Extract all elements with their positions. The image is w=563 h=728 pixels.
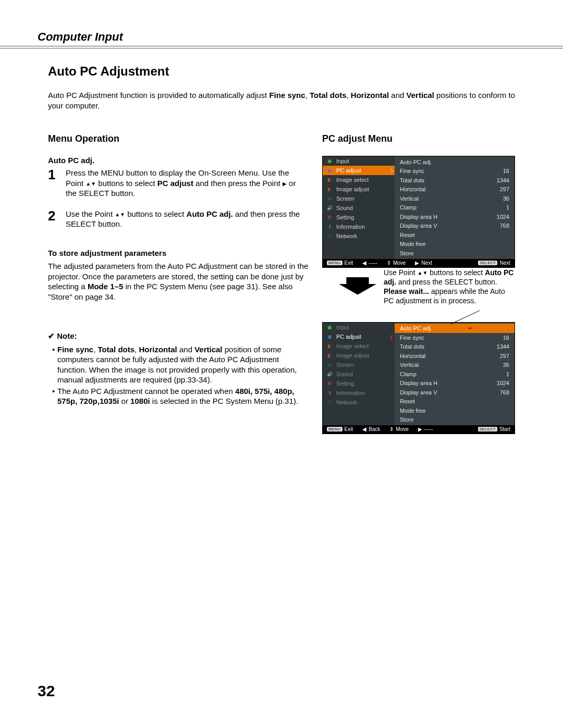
setting-icon: ⚙ xyxy=(326,214,333,220)
information-icon: ℹ xyxy=(326,224,333,230)
osd-param-row: Mode free xyxy=(395,240,515,249)
store-paragraph: The adjusted parameters from the Auto PC… xyxy=(48,261,309,302)
pc-adjust-icon: ▣ xyxy=(326,167,333,174)
osd-param-row: Mode free xyxy=(395,406,515,415)
svg-line-0 xyxy=(450,311,480,324)
osd-param-row: Clamp1 xyxy=(395,369,515,379)
osd-param-row: Display area V768 xyxy=(395,388,515,397)
osd-param-row: Auto PC adj. xyxy=(395,157,515,167)
page-title: Auto PC Adjustment xyxy=(48,64,515,79)
chevron-right-icon: ❯ xyxy=(389,168,394,174)
osd-param-row: Total dots1344 xyxy=(395,342,515,351)
osd-param-row: Vertical36 xyxy=(395,194,515,203)
osd-param-row: Total dots1344 xyxy=(395,176,515,185)
network-icon: ⬡ xyxy=(326,233,333,239)
image-select-icon: ◧ xyxy=(326,177,333,183)
osd-param-row: Store xyxy=(395,249,515,258)
osd-help-strip-1: MENUExit ◀----- ⇕Move ▶Next SELECTNext xyxy=(323,259,515,267)
note-item-2: • The Auto PC Adjustment cannot be opera… xyxy=(52,386,309,406)
menu-operation-heading: Menu Operation xyxy=(48,133,309,144)
note-item-1: • Fine sync, Total dots, Horizontal and … xyxy=(52,344,309,385)
osd-help-strip-2: MENUExit ◀Back ⇕Move ▶----- SELECTStart xyxy=(323,425,515,434)
osd-param-row: Store xyxy=(395,415,515,424)
osd-param-row: Fine sync16 xyxy=(395,167,515,176)
osd-param-row: Fine sync16 xyxy=(395,333,515,342)
image-adjust-icon: ◐ xyxy=(326,186,333,192)
intro-paragraph: Auto PC Adjustment function is provided … xyxy=(48,90,515,110)
note-heading: ✔ Note: xyxy=(48,331,309,341)
step-1: 1 Press the MENU button to display the O… xyxy=(48,168,309,199)
step-2: 2 Use the Point ▲▼ buttons to select Aut… xyxy=(48,209,309,229)
store-heading: To store adjustment parameters xyxy=(48,248,309,258)
page-number: 32 xyxy=(38,682,55,700)
section-header: Computer Input xyxy=(38,30,525,46)
osd-menu-2: ▣Input ▣PC adjust❮ ◧Image select ◐Image … xyxy=(322,322,515,434)
input-icon: ▣ xyxy=(326,158,333,164)
osd-menu-1: ▣Input ▣PC adjust❯ ◧Image select ◐Image … xyxy=(322,156,515,268)
osd-param-row: Horizontal297 xyxy=(395,185,515,194)
auto-pc-adj-subheading: Auto PC adj. xyxy=(48,156,309,165)
arrow-down-icon xyxy=(339,277,376,295)
chevron-left-icon: ❮ xyxy=(389,334,394,340)
pc-adjust-menu-heading: PC adjust Menu xyxy=(322,133,515,144)
osd-param-row: Display area H1024 xyxy=(395,212,515,221)
screen-icon: ▭ xyxy=(326,195,333,202)
osd-param-row: Display area V768 xyxy=(395,221,515,231)
osd-param-row: Clamp1 xyxy=(395,203,515,213)
osd-param-row: Horizontal297 xyxy=(395,351,515,361)
sound-icon: 🔊 xyxy=(326,205,333,211)
callout-line xyxy=(322,310,515,324)
instruction-text: Use Point ▲▼ buttons to select Auto PC a… xyxy=(384,268,515,306)
osd-param-row: Reset xyxy=(395,397,515,406)
osd-param-row: Reset xyxy=(395,230,515,240)
osd-param-row: Vertical36 xyxy=(395,360,515,369)
osd-param-row: Display area H1024 xyxy=(395,378,515,388)
